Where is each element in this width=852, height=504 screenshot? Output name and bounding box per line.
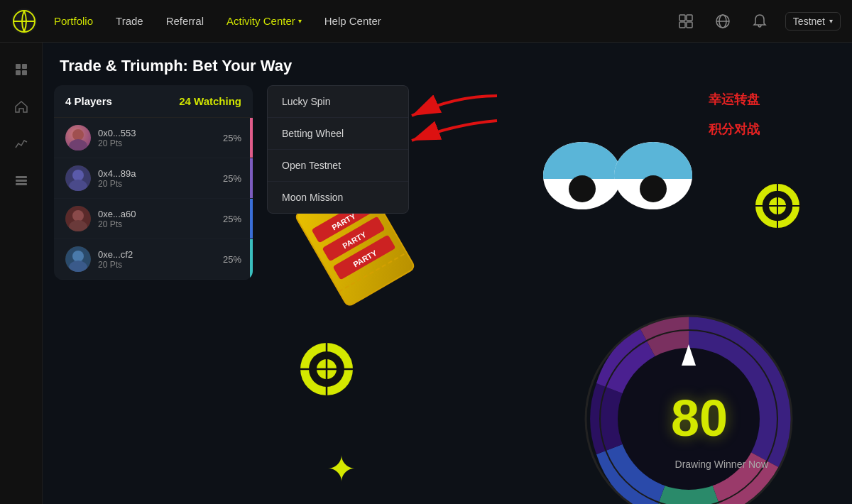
sidebar-item-home[interactable] bbox=[6, 91, 37, 122]
player-points: 20 Pts bbox=[98, 260, 223, 270]
avatar bbox=[65, 246, 91, 272]
main-content: Trade & Triumph: Bet Your Way 4 Players … bbox=[43, 43, 852, 504]
player-address: 0xe...a60 bbox=[98, 209, 223, 219]
player-info: 0x0...553 20 Pts bbox=[98, 128, 223, 148]
bell-icon[interactable] bbox=[748, 10, 771, 33]
player-points: 20 Pts bbox=[98, 138, 223, 148]
dropdown-item-open-testnet[interactable]: Open Testnet bbox=[268, 150, 408, 182]
eye-pupil bbox=[569, 175, 596, 202]
table-row[interactable]: 0x4...89a 20 Pts 25% bbox=[54, 158, 253, 199]
svg-rect-3 bbox=[679, 15, 685, 21]
sidebar-item-chart[interactable] bbox=[6, 128, 37, 159]
target-circle-topright bbox=[753, 181, 802, 231]
nav-trade[interactable]: Trade bbox=[116, 15, 143, 27]
svg-point-20 bbox=[72, 170, 84, 181]
nav-right: Testnet ▾ bbox=[674, 10, 841, 33]
svg-rect-5 bbox=[679, 22, 685, 28]
svg-point-26 bbox=[72, 251, 84, 262]
player-percent: 25% bbox=[223, 214, 241, 224]
dropdown-item-lucky-spin[interactable]: Lucky Spin bbox=[268, 86, 408, 118]
svg-rect-11 bbox=[22, 64, 27, 69]
translate-icon[interactable] bbox=[674, 10, 697, 33]
svg-rect-13 bbox=[22, 70, 27, 75]
avatar bbox=[65, 165, 91, 191]
nav-links: Portfolio Trade Referral Activity Center… bbox=[54, 15, 674, 27]
svg-rect-15 bbox=[16, 180, 27, 182]
player-address: 0xe...cf2 bbox=[98, 249, 223, 260]
nav-referral[interactable]: Referral bbox=[166, 15, 204, 27]
right-eye bbox=[614, 142, 692, 209]
player-info: 0xe...cf2 20 Pts bbox=[98, 249, 223, 270]
table-row[interactable]: 0x0...553 20 Pts 25% bbox=[54, 118, 253, 158]
svg-point-18 bbox=[69, 139, 87, 150]
eyes-container bbox=[547, 142, 689, 209]
player-percent: 25% bbox=[223, 133, 241, 143]
dropdown-item-moon-mission[interactable]: Moon Mission bbox=[268, 182, 408, 213]
svg-rect-14 bbox=[16, 176, 27, 178]
nav-help[interactable]: Help Center bbox=[324, 15, 381, 27]
target-circle-bottom bbox=[298, 341, 348, 390]
table-row[interactable]: 0xe...cf2 20 Pts 25% bbox=[54, 239, 253, 280]
player-info: 0x4...89a 20 Pts bbox=[98, 168, 223, 189]
avatar bbox=[65, 206, 91, 231]
avatar bbox=[65, 125, 91, 150]
player-points: 20 Pts bbox=[98, 219, 223, 229]
sidebar bbox=[0, 43, 43, 504]
svg-rect-12 bbox=[16, 70, 21, 75]
players-count: 4 Players bbox=[65, 95, 179, 107]
eye-top bbox=[614, 142, 692, 179]
nav-logo[interactable] bbox=[11, 9, 37, 34]
nav-portfolio[interactable]: Portfolio bbox=[54, 15, 93, 27]
eye-pupil bbox=[640, 175, 667, 202]
player-bar bbox=[250, 199, 253, 239]
svg-point-23 bbox=[72, 210, 84, 221]
svg-rect-16 bbox=[16, 183, 27, 185]
cn-lucky-spin-label: 幸运转盘 bbox=[709, 91, 760, 108]
activity-dropdown-arrow: ▾ bbox=[298, 17, 302, 25]
svg-point-17 bbox=[72, 129, 84, 141]
dropdown-menu: Lucky Spin Betting Wheel Open Testnet Mo… bbox=[267, 85, 409, 214]
globe-icon[interactable] bbox=[711, 10, 734, 33]
player-bar bbox=[250, 158, 253, 198]
nav-activity-center[interactable]: Activity Center ▾ bbox=[226, 15, 302, 27]
player-percent: 25% bbox=[223, 173, 241, 184]
page-title: Trade & Triumph: Bet Your Way bbox=[60, 57, 292, 75]
player-points: 20 Pts bbox=[98, 179, 223, 189]
dropdown-item-betting-wheel[interactable]: Betting Wheel bbox=[268, 118, 408, 150]
player-address: 0x4...89a bbox=[98, 168, 223, 179]
player-bar bbox=[250, 118, 253, 158]
wheel-number: 80 bbox=[671, 389, 728, 447]
players-header: 4 Players 24 Watching bbox=[54, 85, 253, 118]
topnav: Portfolio Trade Referral Activity Center… bbox=[0, 0, 852, 43]
testnet-button[interactable]: Testnet ▾ bbox=[785, 12, 841, 31]
star-shape: ✦ bbox=[327, 449, 356, 490]
player-bar bbox=[250, 239, 253, 279]
svg-rect-4 bbox=[687, 15, 692, 21]
left-eye bbox=[543, 142, 621, 209]
player-info: 0xe...a60 20 Pts bbox=[98, 209, 223, 229]
cn-betting-wheel-label: 积分对战 bbox=[709, 121, 760, 138]
svg-rect-10 bbox=[16, 64, 21, 69]
wheel-drawing-text: Drawing Winner Now bbox=[675, 459, 768, 470]
players-panel: 4 Players 24 Watching 0x0...553 20 Pts 2… bbox=[54, 85, 253, 280]
sidebar-item-list[interactable] bbox=[6, 165, 37, 196]
watching-count: 24 Watching bbox=[179, 95, 241, 107]
player-address: 0x0...553 bbox=[98, 128, 223, 138]
table-row[interactable]: 0xe...a60 20 Pts 25% bbox=[54, 199, 253, 239]
eye-top bbox=[543, 142, 621, 179]
svg-rect-6 bbox=[687, 22, 692, 28]
player-percent: 25% bbox=[223, 254, 241, 265]
sidebar-item-grid[interactable] bbox=[6, 54, 37, 85]
